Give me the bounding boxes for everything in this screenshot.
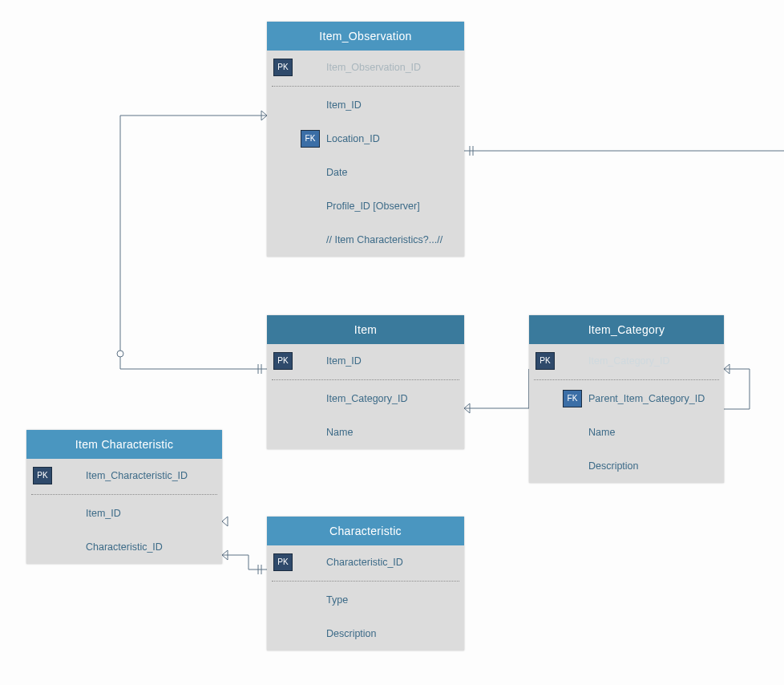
field-category-id: Item_Category_ID: [267, 382, 464, 415]
field-pk: PK Item_ID: [267, 344, 464, 378]
divider: [272, 86, 459, 87]
field-pk: PK Item_Category_ID: [529, 344, 724, 378]
pk-badge: PK: [33, 467, 52, 484]
entity-characteristic[interactable]: Characteristic PK Characteristic_ID Type…: [267, 517, 464, 651]
field-location-id: FK Location_ID: [267, 122, 464, 156]
field-item-id: Item_ID: [26, 497, 222, 530]
field-characteristic-id: Characteristic_ID: [26, 530, 222, 564]
field-pk: PK Item_Observation_ID: [267, 51, 464, 84]
svg-point-0: [117, 351, 123, 357]
entity-item-observation[interactable]: Item_Observation PK Item_Observation_ID …: [267, 22, 464, 257]
field-profile-id: Profile_ID [Observer]: [267, 189, 464, 223]
entity-header: Item: [267, 315, 464, 344]
entity-item-category[interactable]: Item_Category PK Item_Category_ID FK Par…: [529, 315, 724, 483]
field-label: Item_Observation_ID: [326, 62, 421, 73]
field-type: Type: [267, 583, 464, 617]
field-label: Location_ID: [326, 133, 380, 144]
pk-badge: PK: [273, 59, 293, 76]
field-pk: PK Item_Characteristic_ID: [26, 459, 222, 492]
entity-header: Item_Category: [529, 315, 724, 344]
field-label: Item_Characteristic_ID: [86, 470, 188, 481]
entity-header: Item_Observation: [267, 22, 464, 51]
field-label: Item_ID: [326, 355, 362, 367]
pk-badge: PK: [273, 553, 293, 571]
fk-badge: FK: [563, 390, 582, 407]
field-date: Date: [267, 156, 464, 189]
entity-header: Item Characteristic: [26, 430, 222, 459]
field-note: // Item Characteristics?...//: [267, 223, 464, 257]
field-item-id: Item_ID: [267, 88, 464, 122]
divider: [272, 379, 459, 380]
field-description: Description: [267, 617, 464, 651]
divider: [31, 494, 217, 495]
field-description: Description: [529, 449, 724, 483]
divider: [534, 379, 719, 380]
field-label: Parent_Item_Category_ID: [588, 393, 705, 404]
pk-badge: PK: [535, 352, 555, 370]
fk-badge: FK: [301, 130, 320, 148]
pk-badge: PK: [273, 352, 293, 370]
entity-item-characteristic[interactable]: Item Characteristic PK Item_Characterist…: [26, 430, 222, 564]
field-parent: FK Parent_Item_Category_ID: [529, 382, 724, 415]
entity-header: Characteristic: [267, 517, 464, 545]
field-name: Name: [267, 415, 464, 449]
field-label: Characteristic_ID: [326, 557, 403, 568]
field-pk: PK Characteristic_ID: [267, 545, 464, 579]
field-name: Name: [529, 415, 724, 449]
divider: [272, 581, 459, 582]
entity-item[interactable]: Item PK Item_ID Item_Category_ID Name: [267, 315, 464, 449]
field-label: Item_Category_ID: [588, 355, 669, 367]
